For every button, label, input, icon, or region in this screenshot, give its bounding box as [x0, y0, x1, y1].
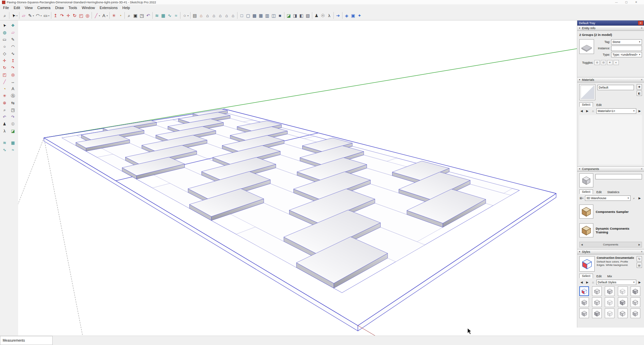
3d-warehouse-button[interactable]: ▣ [350, 12, 356, 19]
style-thumbnail[interactable] [605, 308, 614, 318]
tape-measure-button[interactable]: ╱▾ [93, 12, 101, 19]
wireframe-style-button[interactable]: □ [238, 12, 245, 19]
push-pull-tool-button[interactable]: ↥ [9, 57, 17, 64]
set-default-material-button-icon[interactable]: ◧ [637, 91, 642, 96]
previous-view-button[interactable]: ↶ [145, 12, 151, 19]
style-thumbnail[interactable] [592, 297, 602, 307]
style-thumbnail[interactable] [631, 308, 640, 318]
components-footer[interactable]: ◀ Components ▶ [579, 242, 642, 247]
sandbox-stamp-tool-button[interactable]: ≈ [9, 146, 17, 153]
sandbox-from-scratch-tool-button[interactable]: ▦ [9, 139, 17, 146]
shaded-style-button[interactable]: ▩ [251, 12, 258, 19]
zoom-button[interactable]: ⌕ [126, 12, 132, 19]
display-section-planes-button[interactable]: ◨ [292, 12, 298, 19]
menu-extensions[interactable]: Extensions [97, 5, 120, 10]
rectangle-tool-button[interactable]: ▭ [0, 36, 9, 43]
component-list-item[interactable]: Components Sampler [579, 202, 642, 221]
update-style-button-icon[interactable]: ↻ [637, 256, 642, 262]
follow-me-button[interactable]: ↷ [59, 12, 65, 19]
minimize-button[interactable]: — [615, 1, 618, 4]
tray-close-button[interactable]: ✕ [638, 21, 643, 25]
arc-tool-button[interactable]: ◠ [9, 43, 17, 50]
materials-tab-edit[interactable]: Edit [594, 103, 604, 107]
back-arrow-icon[interactable]: ◀ [579, 109, 584, 113]
scale-tool-button[interactable]: ◰ [0, 71, 9, 78]
select-button[interactable]: ➤▾ [10, 12, 18, 19]
look-around-tool-button[interactable]: ☉ [9, 120, 17, 127]
material-name-field[interactable]: Default [597, 85, 634, 90]
style-thumbnail[interactable] [618, 286, 628, 296]
protractor-button[interactable]: ◔ [117, 12, 123, 19]
menu-edit[interactable]: Edit [11, 5, 22, 10]
styles-tab-mix[interactable]: Mix [605, 274, 614, 278]
shaded-textures-style-button[interactable]: ▦ [258, 12, 264, 19]
offset-tool-button[interactable]: ◎ [9, 71, 17, 78]
menu-window[interactable]: Window [79, 5, 97, 10]
style-thumbnail[interactable] [618, 297, 628, 307]
style-thumbnail[interactable] [605, 297, 614, 307]
freehand-tool-button[interactable]: ∿ [9, 50, 17, 57]
cast-shadows-toggle-icon[interactable]: ☀ [607, 60, 612, 65]
in-model-icon[interactable]: ⌂ [591, 109, 595, 113]
menu-view[interactable]: View [22, 5, 35, 10]
component-name-field[interactable] [595, 174, 642, 179]
sandbox-from-contours-tool-button[interactable]: ≋ [0, 139, 9, 146]
text-button[interactable]: A▾ [101, 12, 108, 19]
details-arrow-icon[interactable]: ▶ [637, 109, 642, 113]
position-camera-tool-button[interactable]: ♟ [0, 120, 9, 127]
menu-tools[interactable]: Tools [66, 5, 79, 10]
search-button[interactable]: ⌕ [2, 12, 8, 19]
smoove-button[interactable]: ∿ [166, 12, 173, 19]
next-tool-button[interactable]: ↷ [9, 113, 17, 120]
materials-tab-select[interactable]: Select [579, 102, 593, 107]
previous-tool-button[interactable]: ↶ [0, 113, 9, 120]
add-location-button[interactable]: ✦ [356, 12, 363, 19]
section-fill-button[interactable]: ▧ [305, 12, 311, 19]
style-thumbnail[interactable] [592, 286, 602, 296]
monochrome-style-button[interactable]: ■ [277, 12, 283, 19]
select-tool-button[interactable]: ➤ [0, 22, 9, 29]
hidden-toggle-icon[interactable]: ⊙ [594, 60, 600, 65]
front-view-button[interactable]: ⌂ [211, 12, 217, 19]
3d-text-tool-button[interactable]: Ⓐ [9, 92, 17, 99]
style-thumbnail[interactable] [618, 308, 628, 318]
type-select[interactable]: Type: <undefined>▼ [611, 52, 642, 57]
polygon-tool-button[interactable]: ◇ [0, 50, 9, 57]
make-component-tool-button[interactable]: ❖ [9, 22, 17, 29]
line-tool-button[interactable]: ✎ [9, 36, 17, 43]
tag-select[interactable]: Stone▼ [611, 39, 642, 45]
back-view-button[interactable]: ⌂ [223, 12, 230, 19]
style-thumbnail[interactable] [579, 286, 589, 296]
shapes-button[interactable]: ▭▾ [42, 12, 50, 19]
locked-toggle-icon[interactable]: ⊡ [601, 60, 606, 65]
rotate-button[interactable]: ↻ [71, 12, 78, 19]
components-search-select[interactable]: 3D Warehouse▼ [585, 195, 631, 201]
iso-view-button[interactable]: ⌂ [198, 12, 204, 19]
style-thumbnail[interactable] [592, 308, 602, 318]
paste-button[interactable]: ▤ [192, 12, 198, 19]
scale-button[interactable]: ◰ [78, 12, 84, 19]
maximize-button[interactable]: ▢ [625, 1, 628, 4]
viewport-3d[interactable] [18, 20, 577, 336]
instance-field[interactable] [611, 46, 642, 51]
move-tool-button[interactable]: ✛ [0, 57, 9, 64]
zoom-window-button[interactable]: ▣ [132, 12, 139, 19]
style-options-button-icon[interactable]: ▤ [637, 263, 642, 268]
entity-info-header[interactable]: ▼ Entity Info ✕ [577, 25, 644, 31]
tray-titlebar[interactable]: Default Tray ✕ [577, 20, 644, 25]
sandbox-from-scratch-button[interactable]: ▦ [160, 12, 166, 19]
view-options-icon[interactable]: ⊞▼ [579, 196, 584, 200]
walk-tool-button[interactable]: λ [0, 127, 9, 134]
arc-button[interactable]: ◠▾ [35, 12, 42, 19]
details-arrow-icon[interactable]: ▶ [637, 196, 642, 200]
zoom-extents-button[interactable]: ◳ [139, 12, 145, 19]
back-arrow-icon[interactable]: ◀ [579, 280, 584, 285]
materials-list[interactable] [579, 115, 642, 165]
follow-me-tool-button[interactable]: ↷ [9, 64, 17, 71]
styles-header[interactable]: ▼ Styles ✕ [577, 249, 644, 254]
eraser-button[interactable]: ▱ [20, 12, 27, 19]
style-thumbnail[interactable] [579, 297, 589, 307]
circle-tool-button[interactable]: ○▾ [181, 12, 189, 19]
paint-bucket-tool-button[interactable]: ◍ [0, 29, 9, 36]
forward-button[interactable]: ➔ [335, 12, 341, 19]
